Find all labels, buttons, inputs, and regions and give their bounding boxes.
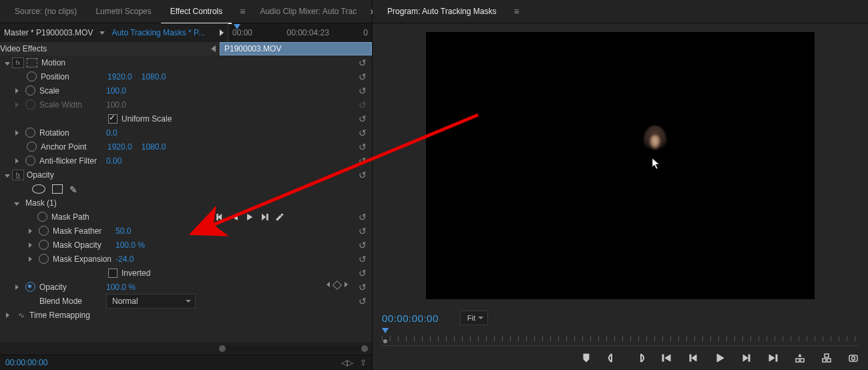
- reset-icon[interactable]: ↺: [359, 85, 367, 96]
- reset-icon[interactable]: ↺: [359, 212, 367, 222]
- twisty-icon[interactable]: [27, 226, 33, 236]
- twisty-icon[interactable]: [27, 254, 33, 264]
- reset-icon[interactable]: ↺: [359, 170, 367, 180]
- antiflicker-value[interactable]: 0.00: [106, 156, 122, 166]
- opacity-prop-value[interactable]: 100.0 %: [106, 283, 136, 292]
- track-settings-icon[interactable]: [274, 212, 284, 222]
- step-forward-icon[interactable]: [741, 353, 752, 363]
- scroll-thumb[interactable]: [383, 339, 387, 343]
- play-icon[interactable]: [714, 353, 725, 363]
- stopwatch-icon[interactable]: [27, 71, 37, 81]
- stopwatch-icon[interactable]: [27, 142, 37, 152]
- reset-icon[interactable]: ↺: [359, 226, 367, 236]
- mini-timeline-ruler[interactable]: 00:00 00:00:04:23 0: [228, 23, 372, 42]
- track-forward-icon[interactable]: [245, 212, 254, 222]
- extract-icon[interactable]: [821, 353, 832, 363]
- stopwatch-icon[interactable]: [25, 128, 35, 138]
- tab-audio-mixer[interactable]: Audio Clip Mixer: Auto Trac: [250, 0, 366, 23]
- twisty-icon[interactable]: [4, 58, 11, 67]
- next-keyframe-icon[interactable]: [345, 282, 348, 287]
- play-icon[interactable]: [220, 29, 224, 36]
- export-icon[interactable]: ⇪: [360, 358, 367, 367]
- twisty-icon[interactable]: [4, 170, 11, 180]
- anchor-x[interactable]: 1920.0: [107, 142, 132, 152]
- position-y[interactable]: 1080.0: [142, 72, 166, 81]
- checkbox-icon[interactable]: [108, 114, 118, 124]
- go-to-in-icon[interactable]: [661, 353, 672, 363]
- stopwatch-icon[interactable]: [39, 254, 49, 264]
- video-canvas[interactable]: [426, 32, 815, 299]
- time-remap-header[interactable]: ∿ Time Remapping: [0, 308, 372, 322]
- tab-lumetri[interactable]: Lumetri Scopes: [86, 0, 160, 23]
- add-keyframe-icon[interactable]: [333, 281, 342, 290]
- video-effects-header[interactable]: Video Effects: [0, 42, 220, 55]
- collapse-icon[interactable]: [211, 45, 216, 52]
- twisty-icon[interactable]: [13, 156, 20, 166]
- mask-header[interactable]: Mask (1): [0, 196, 372, 210]
- checkbox-icon[interactable]: [108, 268, 118, 278]
- scroll-thumb-right[interactable]: [361, 345, 368, 352]
- twisty-icon[interactable]: [27, 240, 33, 250]
- mask-feather-value[interactable]: 50.0: [116, 226, 131, 236]
- fx-badge-icon[interactable]: ∿: [16, 311, 27, 320]
- stopwatch-icon[interactable]: [25, 85, 35, 96]
- reset-icon[interactable]: ↺: [359, 254, 367, 264]
- tab-menu-icon[interactable]: ≡: [236, 7, 250, 16]
- program-ruler[interactable]: [382, 328, 859, 346]
- keyframe-nav[interactable]: [327, 282, 348, 289]
- mini-clip[interactable]: P1900003.MOV: [220, 42, 372, 55]
- reset-icon[interactable]: ↺: [359, 114, 367, 124]
- stopwatch-icon[interactable]: [39, 240, 49, 250]
- opacity-header[interactable]: fx Opacity ↺: [0, 168, 372, 182]
- tab-source[interactable]: Source: (no clips): [5, 0, 86, 23]
- scroll-thumb-left[interactable]: [219, 345, 226, 352]
- anchor-y[interactable]: 1080.0: [142, 142, 166, 152]
- reset-icon[interactable]: ↺: [359, 142, 367, 152]
- effects-scrollbar[interactable]: [0, 343, 372, 355]
- scale-value[interactable]: 100.0: [106, 86, 126, 96]
- rect-mask-icon[interactable]: [52, 184, 63, 194]
- program-playhead-icon[interactable]: [382, 328, 389, 333]
- lift-icon[interactable]: [795, 353, 805, 363]
- reset-icon[interactable]: ↺: [359, 71, 367, 82]
- mark-in-icon[interactable]: [608, 353, 618, 363]
- tab-program[interactable]: Program: Auto Tracking Masks: [378, 0, 505, 23]
- sequence-link[interactable]: Auto Tracking Masks * P...: [112, 28, 204, 37]
- position-x[interactable]: 1920.0: [107, 72, 132, 81]
- reset-icon[interactable]: ↺: [359, 240, 367, 250]
- export-frame-icon[interactable]: [848, 353, 859, 363]
- track-forward-one-icon[interactable]: [260, 212, 269, 222]
- stopwatch-active-icon[interactable]: [25, 282, 35, 292]
- twisty-icon[interactable]: [4, 311, 11, 320]
- mark-out-icon[interactable]: [634, 353, 645, 363]
- zoom-fit-dropdown[interactable]: Fit: [460, 311, 488, 325]
- reset-icon[interactable]: ↺: [359, 156, 367, 166]
- twisty-icon[interactable]: [13, 198, 20, 208]
- twisty-icon[interactable]: [13, 86, 20, 96]
- reset-icon[interactable]: ↺: [359, 296, 367, 307]
- twisty-icon[interactable]: [13, 128, 20, 138]
- program-monitor[interactable]: [373, 23, 868, 308]
- rotation-value[interactable]: 0.0: [106, 128, 118, 138]
- chevron-down-icon[interactable]: [99, 31, 105, 35]
- reset-icon[interactable]: ↺: [359, 128, 367, 138]
- blend-mode-dropdown[interactable]: Normal: [106, 294, 196, 309]
- reset-icon[interactable]: ↺: [359, 268, 367, 279]
- uniform-scale-row[interactable]: Uniform Scale ↺: [0, 112, 372, 126]
- reset-icon[interactable]: ↺: [359, 57, 367, 68]
- tab-menu-icon[interactable]: ≡: [509, 7, 524, 16]
- go-to-out-icon[interactable]: [768, 353, 779, 363]
- track-back-icon[interactable]: [230, 212, 240, 222]
- loop-icon[interactable]: ◁▷: [341, 358, 353, 367]
- stopwatch-icon[interactable]: [39, 226, 49, 236]
- twisty-icon[interactable]: [13, 283, 20, 292]
- program-timecode[interactable]: 00:00:00:00: [382, 313, 439, 324]
- mask-opacity-value[interactable]: 100.0 %: [116, 240, 145, 250]
- fx-badge-icon[interactable]: fx: [12, 57, 24, 68]
- prev-keyframe-icon[interactable]: [327, 282, 330, 287]
- status-timecode[interactable]: 00:00:00:00: [5, 358, 47, 367]
- motion-header[interactable]: fx Motion ↺: [0, 55, 372, 69]
- stopwatch-icon[interactable]: [37, 212, 47, 222]
- step-back-icon[interactable]: [688, 353, 698, 363]
- pen-mask-icon[interactable]: ✎: [69, 184, 79, 194]
